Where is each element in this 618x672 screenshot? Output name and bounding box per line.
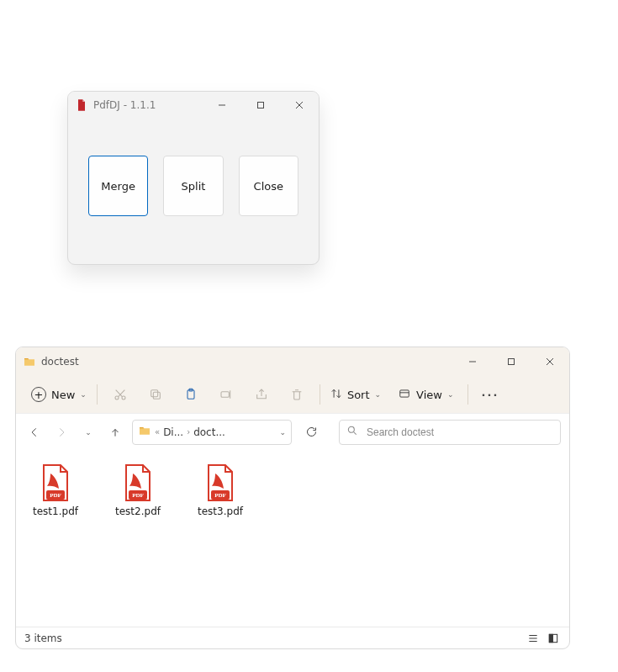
svg-point-8: [115, 396, 119, 399]
explorer-status-bar: 3 items: [16, 627, 569, 648]
split-button-label: Split: [182, 180, 206, 193]
details-view-toggle[interactable]: [526, 631, 541, 646]
chevron-down-icon: ⌄: [447, 390, 454, 399]
close-app-button[interactable]: Close: [239, 156, 298, 216]
maximize-button[interactable]: [241, 92, 280, 119]
svg-text:PDF: PDF: [214, 492, 226, 499]
file-label: test1.pdf: [33, 505, 78, 517]
new-button[interactable]: + New ⌄: [26, 384, 92, 405]
explorer-minimize-button[interactable]: [453, 347, 492, 376]
svg-text:PDF: PDF: [50, 492, 61, 499]
chevron-down-icon: ⌄: [80, 390, 87, 399]
pdf-file-icon: PDF: [122, 463, 154, 502]
svg-rect-14: [221, 392, 229, 398]
svg-rect-24: [549, 634, 552, 642]
svg-rect-1: [258, 103, 264, 108]
icons-view-toggle[interactable]: [546, 631, 561, 646]
recent-locations-button[interactable]: ⌄: [78, 421, 98, 444]
toolbar-separator: [320, 384, 320, 405]
breadcrumb-segment[interactable]: doct...: [193, 426, 225, 438]
minimize-button[interactable]: [203, 92, 241, 119]
file-item[interactable]: PDF test2.pdf: [107, 463, 169, 517]
plus-icon: +: [31, 387, 46, 402]
svg-rect-11: [151, 390, 158, 397]
explorer-body: PDF test1.pdf PDF test2.pdf: [16, 450, 569, 627]
pdfdj-titlebar: PdfDJ - 1.1.1: [68, 92, 319, 119]
delete-button[interactable]: [279, 379, 314, 410]
status-item-count: 3 items: [24, 632, 62, 644]
bc-prefix-icon: «: [155, 427, 160, 437]
view-button-label: View: [416, 389, 442, 401]
search-icon: [346, 425, 358, 439]
explorer-window: doctest + New ⌄: [15, 347, 570, 649]
forward-button[interactable]: [51, 421, 71, 444]
new-button-label: New: [51, 389, 75, 401]
merge-button[interactable]: Merge: [88, 156, 148, 216]
sort-button-label: Sort: [347, 389, 370, 401]
pdfdj-body: Merge Split Close: [68, 119, 319, 241]
svg-rect-5: [509, 359, 515, 365]
pdf-file-icon: PDF: [40, 463, 71, 502]
file-label: test3.pdf: [198, 505, 243, 517]
svg-point-9: [122, 396, 125, 399]
share-button[interactable]: [244, 379, 279, 410]
up-button[interactable]: [105, 421, 125, 444]
copy-button[interactable]: [138, 379, 173, 410]
chevron-down-icon: ⌄: [85, 428, 92, 437]
explorer-navbar: ⌄ « Di... › doct... ⌄: [16, 413, 569, 450]
explorer-close-button[interactable]: [531, 347, 569, 376]
folder-icon: [23, 355, 36, 368]
svg-point-16: [348, 426, 354, 432]
chevron-down-icon: ⌄: [375, 390, 382, 399]
folder-icon: [138, 424, 151, 440]
explorer-titlebar: doctest: [16, 347, 569, 376]
merge-button-label: Merge: [101, 180, 135, 193]
chevron-right-icon: ›: [187, 427, 190, 437]
close-app-button-label: Close: [254, 180, 283, 193]
pdfdj-title: PdfDJ - 1.1.1: [93, 99, 203, 111]
close-button[interactable]: [280, 92, 319, 119]
rename-button[interactable]: [209, 379, 244, 410]
sort-icon: [330, 388, 342, 402]
toolbar-separator: [467, 384, 468, 405]
svg-text:PDF: PDF: [132, 492, 144, 499]
pdfdj-app-icon: [75, 98, 88, 112]
svg-rect-10: [153, 392, 160, 399]
paste-button[interactable]: [173, 379, 209, 410]
file-item[interactable]: PDF test3.pdf: [189, 463, 251, 517]
breadcrumb-segment[interactable]: Di...: [163, 426, 183, 438]
chevron-down-icon[interactable]: ⌄: [279, 428, 286, 437]
cut-button[interactable]: [103, 379, 138, 410]
pdfdj-window: PdfDJ - 1.1.1 Merge Split Close: [67, 91, 320, 265]
search-box[interactable]: [339, 420, 561, 445]
breadcrumb[interactable]: « Di... › doct... ⌄: [132, 420, 292, 445]
file-item[interactable]: PDF test1.pdf: [24, 463, 87, 517]
file-label: test2.pdf: [115, 505, 161, 517]
explorer-title: doctest: [41, 356, 453, 368]
toolbar-separator: [97, 384, 98, 405]
refresh-button[interactable]: [298, 420, 324, 445]
explorer-maximize-button[interactable]: [492, 347, 531, 376]
split-button[interactable]: Split: [163, 156, 223, 216]
sort-button[interactable]: Sort ⌄: [325, 384, 386, 405]
view-button[interactable]: View ⌄: [393, 384, 458, 405]
view-icon: [398, 388, 411, 402]
search-input[interactable]: [365, 426, 553, 439]
back-button[interactable]: [24, 421, 45, 444]
explorer-toolbar: + New ⌄ Sort ⌄: [16, 376, 569, 413]
svg-rect-15: [400, 389, 409, 396]
pdf-file-icon: PDF: [204, 463, 236, 502]
more-button[interactable]: ···: [473, 385, 508, 405]
